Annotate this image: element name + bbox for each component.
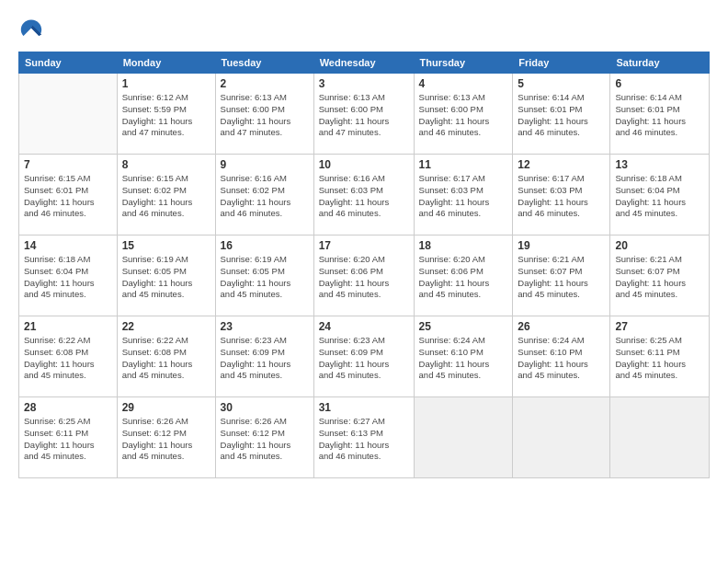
calendar-day-cell: 6Sunrise: 6:14 AM Sunset: 6:01 PM Daylig… [610, 74, 710, 155]
weekday-header: Wednesday [313, 52, 414, 74]
day-number: 9 [221, 158, 309, 171]
calendar-day-cell: 15Sunrise: 6:19 AM Sunset: 6:05 PM Dayli… [117, 236, 215, 316]
weekday-header: Tuesday [215, 52, 313, 74]
day-info: Sunrise: 6:26 AM Sunset: 6:12 PM Dayligh… [221, 416, 309, 463]
calendar-day-cell: 19Sunrise: 6:21 AM Sunset: 6:07 PM Dayli… [513, 236, 610, 316]
day-info: Sunrise: 6:21 AM Sunset: 6:07 PM Dayligh… [518, 254, 605, 301]
day-number: 14 [24, 239, 112, 252]
day-info: Sunrise: 6:19 AM Sunset: 6:05 PM Dayligh… [221, 254, 309, 301]
calendar-day-cell: 10Sunrise: 6:16 AM Sunset: 6:03 PM Dayli… [313, 155, 414, 236]
day-number: 16 [221, 239, 309, 252]
day-number: 11 [419, 158, 508, 171]
day-number: 15 [122, 239, 210, 252]
day-number: 7 [24, 158, 112, 171]
calendar-day-cell: 31Sunrise: 6:27 AM Sunset: 6:13 PM Dayli… [313, 397, 414, 478]
calendar-day-cell: 24Sunrise: 6:23 AM Sunset: 6:09 PM Dayli… [313, 316, 414, 397]
calendar-table: SundayMondayTuesdayWednesdayThursdayFrid… [18, 52, 710, 478]
day-info: Sunrise: 6:20 AM Sunset: 6:06 PM Dayligh… [419, 254, 508, 301]
day-number: 24 [319, 320, 409, 333]
weekday-header: Sunday [19, 52, 118, 74]
day-info: Sunrise: 6:12 AM Sunset: 5:59 PM Dayligh… [122, 92, 210, 139]
day-number: 31 [319, 401, 409, 414]
day-info: Sunrise: 6:18 AM Sunset: 6:04 PM Dayligh… [24, 254, 112, 301]
day-number: 8 [122, 158, 210, 171]
calendar-day-cell: 13Sunrise: 6:18 AM Sunset: 6:04 PM Dayli… [610, 155, 710, 236]
calendar-day-cell: 30Sunrise: 6:26 AM Sunset: 6:12 PM Dayli… [215, 397, 313, 478]
day-number: 29 [122, 401, 210, 414]
logo-icon [18, 17, 44, 42]
weekday-header: Monday [117, 52, 215, 74]
day-number: 13 [615, 158, 704, 171]
calendar-day-cell: 8Sunrise: 6:15 AM Sunset: 6:02 PM Daylig… [117, 155, 215, 236]
day-info: Sunrise: 6:15 AM Sunset: 6:01 PM Dayligh… [24, 173, 112, 220]
day-info: Sunrise: 6:13 AM Sunset: 6:00 PM Dayligh… [419, 92, 508, 139]
day-info: Sunrise: 6:16 AM Sunset: 6:02 PM Dayligh… [221, 173, 309, 220]
calendar-day-cell: 16Sunrise: 6:19 AM Sunset: 6:05 PM Dayli… [215, 236, 313, 316]
calendar-day-cell: 9Sunrise: 6:16 AM Sunset: 6:02 PM Daylig… [215, 155, 313, 236]
weekday-header: Thursday [414, 52, 513, 74]
day-number: 12 [518, 158, 605, 171]
day-info: Sunrise: 6:22 AM Sunset: 6:08 PM Dayligh… [24, 335, 112, 382]
calendar-day-cell: 21Sunrise: 6:22 AM Sunset: 6:08 PM Dayli… [19, 316, 118, 397]
day-info: Sunrise: 6:19 AM Sunset: 6:05 PM Dayligh… [122, 254, 210, 301]
day-info: Sunrise: 6:24 AM Sunset: 6:10 PM Dayligh… [419, 335, 508, 382]
day-number: 1 [122, 77, 210, 90]
calendar-day-cell: 26Sunrise: 6:24 AM Sunset: 6:10 PM Dayli… [513, 316, 610, 397]
day-number: 17 [319, 239, 409, 252]
calendar-day-cell: 29Sunrise: 6:26 AM Sunset: 6:12 PM Dayli… [117, 397, 215, 478]
day-info: Sunrise: 6:14 AM Sunset: 6:01 PM Dayligh… [615, 92, 704, 139]
calendar-day-cell [513, 397, 610, 478]
weekday-header: Saturday [610, 52, 710, 74]
calendar-week-row: 21Sunrise: 6:22 AM Sunset: 6:08 PM Dayli… [19, 316, 710, 397]
calendar-day-cell: 11Sunrise: 6:17 AM Sunset: 6:03 PM Dayli… [414, 155, 513, 236]
calendar-week-row: 1Sunrise: 6:12 AM Sunset: 5:59 PM Daylig… [19, 74, 710, 155]
day-info: Sunrise: 6:13 AM Sunset: 6:00 PM Dayligh… [221, 92, 309, 139]
calendar-day-cell: 20Sunrise: 6:21 AM Sunset: 6:07 PM Dayli… [610, 236, 710, 316]
calendar-day-cell: 17Sunrise: 6:20 AM Sunset: 6:06 PM Dayli… [313, 236, 414, 316]
calendar-day-cell: 1Sunrise: 6:12 AM Sunset: 5:59 PM Daylig… [117, 74, 215, 155]
day-number: 28 [24, 401, 112, 414]
day-number: 21 [24, 320, 112, 333]
day-number: 6 [615, 77, 704, 90]
day-number: 27 [615, 320, 704, 333]
day-info: Sunrise: 6:26 AM Sunset: 6:12 PM Dayligh… [122, 416, 210, 463]
calendar-day-cell: 2Sunrise: 6:13 AM Sunset: 6:00 PM Daylig… [215, 74, 313, 155]
day-number: 22 [122, 320, 210, 333]
day-info: Sunrise: 6:17 AM Sunset: 6:03 PM Dayligh… [518, 173, 605, 220]
day-number: 10 [319, 158, 409, 171]
day-info: Sunrise: 6:25 AM Sunset: 6:11 PM Dayligh… [24, 416, 112, 463]
calendar-day-cell [19, 74, 118, 155]
day-info: Sunrise: 6:14 AM Sunset: 6:01 PM Dayligh… [518, 92, 605, 139]
calendar-header-row: SundayMondayTuesdayWednesdayThursdayFrid… [19, 52, 710, 74]
day-info: Sunrise: 6:21 AM Sunset: 6:07 PM Dayligh… [615, 254, 704, 301]
calendar-day-cell [414, 397, 513, 478]
day-info: Sunrise: 6:13 AM Sunset: 6:00 PM Dayligh… [319, 92, 409, 139]
calendar-day-cell: 5Sunrise: 6:14 AM Sunset: 6:01 PM Daylig… [513, 74, 610, 155]
calendar-day-cell: 7Sunrise: 6:15 AM Sunset: 6:01 PM Daylig… [19, 155, 118, 236]
day-number: 4 [419, 77, 508, 90]
calendar-week-row: 14Sunrise: 6:18 AM Sunset: 6:04 PM Dayli… [19, 236, 710, 316]
day-info: Sunrise: 6:15 AM Sunset: 6:02 PM Dayligh… [122, 173, 210, 220]
weekday-header: Friday [513, 52, 610, 74]
calendar-day-cell: 23Sunrise: 6:23 AM Sunset: 6:09 PM Dayli… [215, 316, 313, 397]
calendar-day-cell: 3Sunrise: 6:13 AM Sunset: 6:00 PM Daylig… [313, 74, 414, 155]
calendar-day-cell: 27Sunrise: 6:25 AM Sunset: 6:11 PM Dayli… [610, 316, 710, 397]
day-info: Sunrise: 6:20 AM Sunset: 6:06 PM Dayligh… [319, 254, 409, 301]
calendar-day-cell: 18Sunrise: 6:20 AM Sunset: 6:06 PM Dayli… [414, 236, 513, 316]
day-number: 5 [518, 77, 605, 90]
calendar-week-row: 28Sunrise: 6:25 AM Sunset: 6:11 PM Dayli… [19, 397, 710, 478]
day-number: 18 [419, 239, 508, 252]
day-info: Sunrise: 6:22 AM Sunset: 6:08 PM Dayligh… [122, 335, 210, 382]
day-info: Sunrise: 6:23 AM Sunset: 6:09 PM Dayligh… [221, 335, 309, 382]
day-number: 3 [319, 77, 409, 90]
day-info: Sunrise: 6:25 AM Sunset: 6:11 PM Dayligh… [615, 335, 704, 382]
day-number: 2 [221, 77, 309, 90]
calendar-day-cell: 28Sunrise: 6:25 AM Sunset: 6:11 PM Dayli… [19, 397, 118, 478]
calendar-day-cell: 22Sunrise: 6:22 AM Sunset: 6:08 PM Dayli… [117, 316, 215, 397]
calendar-week-row: 7Sunrise: 6:15 AM Sunset: 6:01 PM Daylig… [19, 155, 710, 236]
calendar-day-cell: 12Sunrise: 6:17 AM Sunset: 6:03 PM Dayli… [513, 155, 610, 236]
day-number: 26 [518, 320, 605, 333]
day-info: Sunrise: 6:23 AM Sunset: 6:09 PM Dayligh… [319, 335, 409, 382]
logo [18, 17, 48, 42]
day-number: 25 [419, 320, 508, 333]
